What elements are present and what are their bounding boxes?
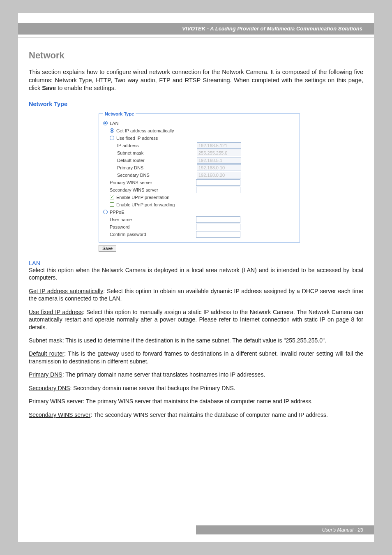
pppoe-pass-input[interactable] (196, 224, 240, 230)
wins2-label: Secondary WINS server (110, 187, 196, 192)
fixed-ip-radio[interactable] (110, 136, 114, 140)
pppoe-label: PPPoE (110, 210, 124, 215)
dns1-head: Primary DNS (29, 371, 62, 378)
intro-bold: Save (42, 85, 56, 91)
mask-head: Subnet mask (29, 337, 62, 344)
lan-radio[interactable] (103, 121, 108, 125)
lan-heading: LAN (29, 260, 363, 266)
upnp-portfwd-row[interactable]: Enable UPnP port forwarding (103, 201, 295, 208)
wins1-text: : The primary WINS server that maintains… (83, 398, 313, 405)
dns2-head: Secondary DNS (29, 385, 70, 391)
ip-label: IP address (117, 143, 197, 148)
lan-radio-row[interactable]: LAN (103, 120, 295, 127)
pppoe-user-input[interactable] (196, 216, 240, 223)
pppoe-confirm-label: Confirm password (110, 232, 196, 237)
router-label: Default router (117, 158, 197, 163)
get-ip-head: Get IP address automatically (29, 288, 103, 294)
header-banner: VIVOTEK - A Leading Provider of Multimed… (18, 23, 374, 35)
mask-para: Subnet mask: This is used to determine i… (29, 337, 363, 344)
auto-ip-label: Get IP address automatically (116, 128, 174, 133)
dns1-para: Primary DNS: The primary domain name ser… (29, 371, 363, 378)
section-title: Network (29, 50, 363, 61)
content-region: Network This section explains how to con… (29, 50, 363, 419)
wins1-label: Primary WINS server (110, 180, 196, 185)
fixed-ip-para: Use fixed IP address: Select this option… (29, 308, 363, 331)
dns2-label: Secondary DNS (117, 173, 197, 178)
save-button[interactable]: Save (99, 245, 116, 252)
fixed-ip-label: Use fixed IP address (116, 136, 158, 141)
auto-ip-radio[interactable] (110, 128, 114, 133)
network-type-panel: Network Type LAN Get IP address automati… (99, 111, 300, 243)
fixed-ip-radio-row[interactable]: Use fixed IP address (103, 134, 295, 142)
ip-input[interactable] (197, 142, 241, 149)
pppoe-confirm-input[interactable] (196, 231, 240, 238)
mask-label: Subnet mask (117, 150, 197, 155)
header-underline (18, 37, 374, 37)
network-type-fieldset: Network Type LAN Get IP address automati… (99, 111, 300, 243)
mask-input[interactable] (197, 150, 241, 156)
dns2-para: Secondary DNS: Secondary domain name ser… (29, 384, 363, 392)
wins2-head: Secondary WINS server (29, 412, 90, 418)
dns2-input[interactable] (197, 172, 241, 178)
dns1-text: : The primary domain name server that tr… (62, 371, 265, 378)
upnp-presentation-checkbox[interactable] (110, 195, 114, 199)
auto-ip-radio-row[interactable]: Get IP address automatically (103, 127, 295, 134)
pppoe-user-label: User name (110, 217, 196, 222)
upnp-presentation-label: Enable UPnP presentation (116, 195, 169, 200)
wins2-para: Secondary WINS server: The secondary WIN… (29, 411, 363, 419)
mask-text: : This is used to determine if the desti… (62, 337, 326, 344)
wins2-input[interactable] (196, 187, 240, 193)
pppoe-radio-row[interactable]: PPPoE (103, 208, 295, 216)
wins1-para: Primary WINS server: The primary WINS se… (29, 398, 363, 405)
dns1-input[interactable] (197, 164, 241, 171)
lan-label: LAN (110, 121, 118, 126)
intro-b: to enable the settings. (56, 85, 116, 91)
wins2-text: : The secondary WINS server that maintai… (90, 412, 328, 418)
intro-paragraph: This section explains how to configure w… (29, 68, 363, 92)
fieldset-legend: Network Type (103, 111, 136, 116)
wins1-head: Primary WINS server (29, 398, 83, 405)
page: VIVOTEK - A Leading Provider of Multimed… (18, 13, 374, 542)
dns1-label: Primary DNS (117, 165, 197, 170)
router-para: Default router: This is the gateway used… (29, 350, 363, 365)
network-type-subhead: Network Type (29, 101, 363, 107)
router-input[interactable] (197, 157, 241, 164)
wins1-input[interactable] (196, 179, 240, 186)
footer-bar: User's Manual - 23 (196, 525, 374, 534)
lan-text: Select this option when the Network Came… (29, 266, 363, 282)
dns2-text: : Secondary domain name server that back… (70, 385, 235, 391)
router-text: : This is the gateway used to forward fr… (29, 350, 363, 364)
fixed-ip-head: Use fixed IP address (29, 309, 83, 315)
upnp-portfwd-checkbox[interactable] (110, 202, 114, 207)
pppoe-radio[interactable] (103, 210, 108, 214)
router-head: Default router (29, 350, 64, 357)
upnp-presentation-row[interactable]: Enable UPnP presentation (103, 194, 295, 201)
upnp-portfwd-label: Enable UPnP port forwarding (116, 202, 175, 207)
get-ip-para: Get IP address automatically: Select thi… (29, 287, 363, 303)
pppoe-pass-label: Password (110, 224, 196, 229)
